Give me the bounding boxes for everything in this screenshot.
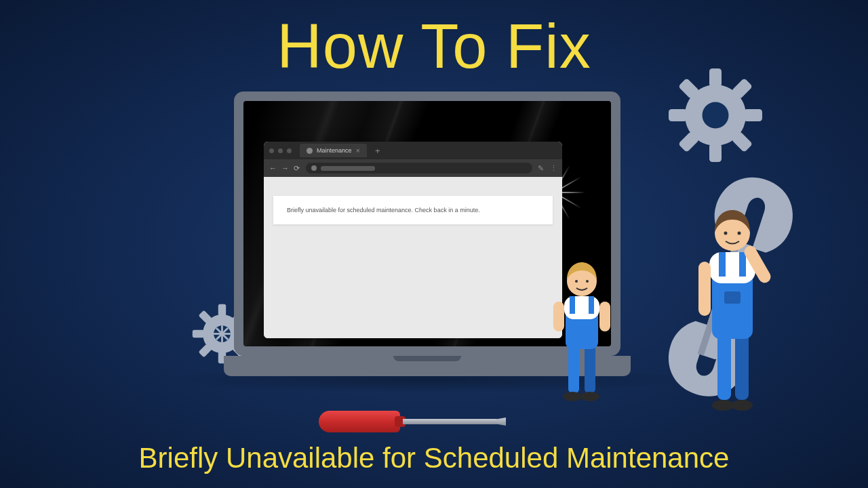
edit-icon[interactable]: ✎ (538, 164, 545, 173)
window-dot-icon (287, 148, 292, 153)
reload-button[interactable]: ⟳ (294, 164, 300, 173)
svg-point-29 (580, 392, 599, 401)
svg-rect-45 (719, 252, 726, 277)
svg-rect-33 (589, 296, 594, 314)
svg-rect-26 (568, 342, 579, 393)
globe-icon (311, 165, 317, 171)
screwdriver-icon (319, 409, 509, 434)
svg-rect-46 (739, 252, 746, 277)
svg-rect-13 (193, 330, 204, 338)
main-title: How To Fix (0, 11, 868, 82)
worker-sitting-illustration (542, 254, 624, 403)
maintenance-message: Briefly unavailable for scheduled mainte… (273, 196, 553, 224)
browser-tabbar: Maintenance × + (264, 142, 562, 159)
close-icon[interactable]: × (356, 146, 360, 155)
svg-point-9 (703, 102, 729, 129)
svg-point-37 (575, 280, 578, 283)
svg-point-50 (724, 232, 728, 235)
svg-rect-3 (669, 109, 687, 121)
svg-point-28 (563, 392, 582, 401)
address-text-blurred (321, 166, 375, 171)
svg-rect-39 (717, 332, 731, 400)
svg-rect-27 (585, 342, 595, 393)
svg-rect-32 (570, 296, 575, 314)
svg-rect-31 (564, 296, 599, 319)
svg-point-38 (586, 280, 589, 283)
svg-rect-34 (553, 302, 564, 331)
window-dot-icon (269, 148, 274, 153)
browser-window: Maintenance × + ← → ⟳ ✎ ⋮ (264, 142, 562, 338)
forward-button[interactable]: → (281, 164, 288, 172)
menu-icon[interactable]: ⋮ (550, 164, 557, 173)
svg-rect-52 (724, 291, 741, 304)
tab-label: Maintenance (317, 147, 352, 154)
svg-rect-40 (735, 332, 749, 400)
browser-viewport: Briefly unavailable for scheduled mainte… (264, 177, 562, 338)
browser-tab[interactable]: Maintenance × (300, 144, 367, 157)
svg-point-42 (731, 400, 753, 411)
browser-toolbar: ← → ⟳ ✎ ⋮ (264, 159, 562, 177)
svg-rect-11 (218, 304, 226, 316)
globe-icon (307, 148, 313, 154)
window-dot-icon (278, 148, 283, 153)
svg-rect-35 (599, 302, 610, 331)
address-bar[interactable] (306, 163, 532, 174)
svg-point-41 (712, 400, 734, 411)
worker-standing-illustration (665, 197, 800, 413)
svg-rect-47 (698, 262, 711, 316)
new-tab-button[interactable]: + (375, 146, 380, 156)
svg-rect-4 (744, 109, 762, 121)
back-button[interactable]: ← (269, 164, 276, 172)
svg-point-51 (738, 232, 741, 235)
subtitle: Briefly Unavailable for Scheduled Mainte… (0, 442, 868, 474)
